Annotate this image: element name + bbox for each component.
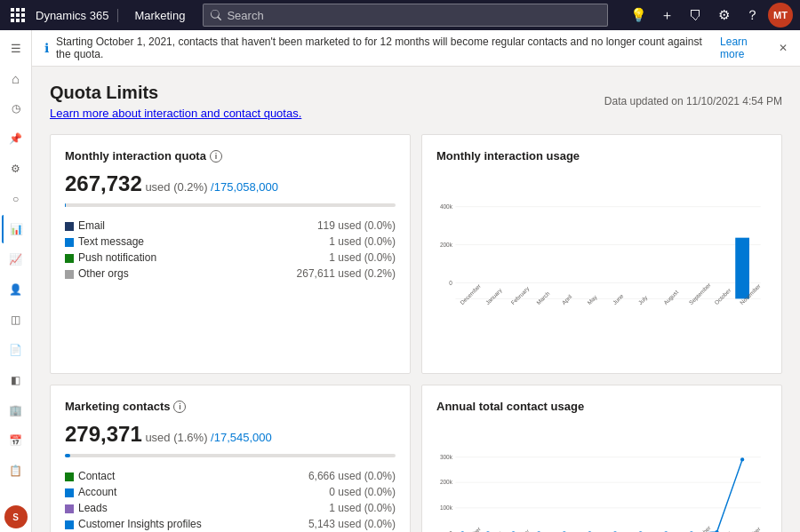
search-icon [211,10,221,20]
svg-rect-8 [21,19,25,22]
filter-button[interactable]: ⛉ [683,3,708,28]
contacts-legend-table: Contact 6,666 used (0.0%) Account 0 used… [65,468,396,532]
data-updated: Data updated on 11/10/2021 4:54 PM [604,95,782,107]
legend-row-contact: Contact 6,666 used (0.0%) [65,468,396,484]
sidebar-item-content[interactable]: 📄 [2,336,30,364]
search-bar[interactable]: Search [203,4,608,27]
settings-button[interactable]: ⚙ [711,3,736,28]
subtitle-link[interactable]: Learn more about interaction and contact… [50,107,301,120]
nav-module: Marketing [125,9,185,22]
svg-text:100k: 100k [440,504,453,511]
svg-text:October: October [713,286,732,306]
add-button[interactable]: ＋ [654,3,679,28]
app-body: ☰ ⌂ ◷ 📌 ⚙ ○ 📊 📈 👤 ◫ 📄 ◧ 🏢 📅 📋 S ℹ Starti… [0,30,800,532]
help-button[interactable]: ？ [740,3,764,28]
nav-brand: Dynamics 365 [36,9,118,22]
page-title: Quota Limits [50,83,301,103]
sidebar-item-circle[interactable]: ○ [2,185,30,213]
card-chart-title: Monthly interaction usage [436,149,767,163]
progress-bar-fill [65,203,66,207]
nav-actions: 💡 ＋ ⛉ ⚙ ？ MT [626,3,793,28]
user-avatar[interactable]: MT [768,3,793,28]
sidebar: ☰ ⌂ ◷ 📌 ⚙ ○ 📊 📈 👤 ◫ 📄 ◧ 🏢 📅 📋 S [0,30,32,532]
svg-text:May: May [586,293,599,306]
svg-rect-5 [21,13,25,17]
legend-row-text: Text message 1 used (0.0%) [65,234,396,250]
annual-contact-chart-card: Annual total contact usage 300k [421,385,782,532]
legend-row-ci-profiles: Customer Insights profiles 5,143 used (0… [65,516,396,532]
svg-text:September: September [688,281,713,306]
legend-color-email [65,222,74,231]
legend-color-leads [65,504,74,513]
main-content: ℹ Starting October 1, 2021, contacts tha… [32,30,800,532]
sidebar-item-accounts[interactable]: 🏢 [2,396,30,425]
annual-line-chart: 300k 200k 100k 0 [436,422,767,532]
sidebar-item-events[interactable]: 📅 [2,426,30,455]
legend-row-push: Push notification 1 used (0.0%) [65,250,396,266]
legend-color-text [65,238,74,247]
sidebar-item-leads[interactable]: ◧ [2,366,30,394]
svg-text:September: September [688,524,713,532]
svg-rect-4 [16,13,20,17]
sidebar-item-segments[interactable]: ◫ [2,306,30,334]
legend-color-push [65,254,74,263]
monthly-usage-chart-card: Monthly interaction usage 400k 200k [421,134,782,374]
marketing-contacts-card: Marketing contacts i 279,371 used (1.6%)… [50,385,411,532]
page-title-group: Quota Limits Learn more about interactio… [50,83,301,120]
legend-color-contact [65,472,74,481]
sidebar-item-analytics[interactable]: 📈 [2,245,30,274]
sidebar-item-pinned[interactable]: 📌 [2,124,30,153]
legend-row-account: Account 0 used (0.0%) [65,484,396,500]
svg-text:200k: 200k [440,479,453,485]
card-contacts-title: Marketing contacts i [65,400,396,413]
search-placeholder: Search [227,9,263,22]
legend-row-leads: Leads 1 used (0.0%) [65,500,396,516]
page-header: Quota Limits Learn more about interactio… [50,83,782,120]
info-icon: ℹ [44,41,49,55]
svg-text:March: March [535,290,551,306]
monthly-interaction-quota-card: Monthly interaction quota i 267,732 used… [50,134,411,374]
page: Quota Limits Learn more about interactio… [32,67,800,532]
contacts-info-icon[interactable]: i [173,401,186,413]
svg-rect-3 [11,13,14,17]
svg-text:0: 0 [449,280,452,286]
lightbulb-button[interactable]: 💡 [626,3,651,28]
contacts-progress-bar [65,454,396,457]
progress-bar [65,203,396,207]
svg-rect-6 [11,19,14,22]
notice-learn-more[interactable]: Learn more [720,36,772,60]
info-icon[interactable]: i [210,150,222,163]
legend-color-ci [65,520,74,529]
notice-banner: ℹ Starting October 1, 2021, contacts tha… [32,30,800,67]
page-subtitle: Learn more about interaction and contact… [50,107,301,120]
legend-row-other: Other orgs 267,611 used (0.2%) [65,266,396,282]
quota-amount: 267,732 used (0.2%) /175,058,000 [65,171,396,196]
bar-november [735,238,749,299]
svg-text:400k: 400k [440,203,453,210]
svg-rect-2 [21,8,25,12]
sidebar-item-contacts[interactable]: 👤 [2,275,30,304]
notice-text: Starting October 1, 2021, contacts that … [56,36,713,60]
svg-text:200k: 200k [440,242,453,248]
legend-table: Email 119 used (0.0%) Text message 1 use… [65,218,396,282]
svg-text:January: January [484,287,504,306]
sidebar-item-settings[interactable]: ⚙ [2,155,30,183]
svg-text:June: June [612,292,625,306]
legend-row-email: Email 119 used (0.0%) [65,218,396,234]
dot-nov [740,457,744,461]
annual-line [462,459,742,532]
waffle-menu[interactable] [7,4,28,26]
svg-text:February: February [509,528,531,532]
sidebar-item-surveys[interactable]: 📋 [2,457,30,485]
svg-text:April: April [561,293,574,306]
sidebar-item-active[interactable]: 📊 [2,215,30,243]
svg-rect-0 [11,8,14,12]
notice-close-button[interactable]: ✕ [779,42,788,54]
top-navigation: Dynamics 365 Marketing Search 💡 ＋ ⛉ ⚙ ？ … [0,0,800,30]
svg-rect-7 [16,19,20,22]
sidebar-item-recent[interactable]: ◷ [2,94,30,123]
sidebar-user-avatar[interactable]: S [4,505,28,528]
sidebar-item-menu[interactable]: ☰ [2,34,30,62]
sidebar-item-home[interactable]: ⌂ [2,64,30,92]
svg-text:August: August [662,289,680,306]
